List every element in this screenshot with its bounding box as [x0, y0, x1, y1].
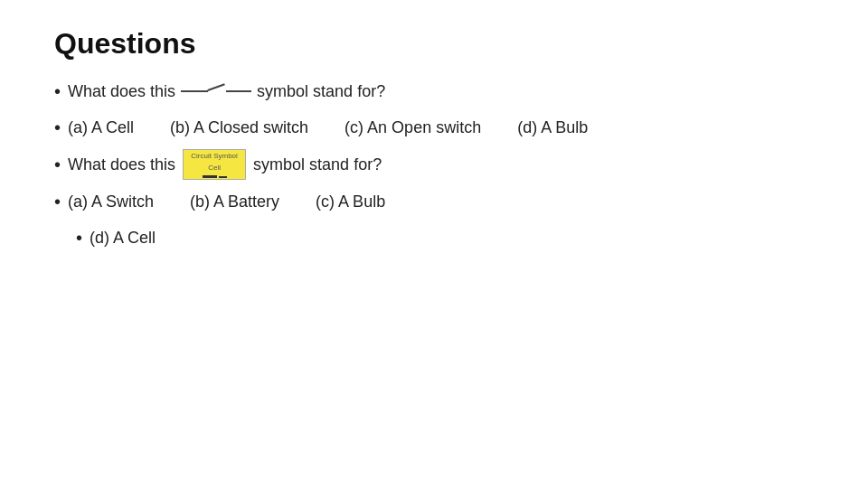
- answer-2: (a) A Switch (b) A Battery (c) A Bulb: [54, 187, 814, 216]
- q2-prefix: What does this: [68, 152, 175, 178]
- a2-option-d: (d) A Cell: [90, 225, 156, 251]
- a2-option-c: (c) A Bulb: [316, 189, 385, 215]
- cell-sublabel: Cell: [208, 163, 221, 174]
- cell-symbol-lines: [203, 175, 227, 178]
- q1-prefix: What does this: [68, 79, 175, 105]
- a1-option-b: (b) A Closed switch: [170, 115, 308, 141]
- cell-symbol-image: Circuit Symbol Cell: [183, 149, 246, 180]
- answer-2-row: (a) A Switch (b) A Battery (c) A Bulb: [68, 189, 385, 215]
- questions-list: What does this symbol stand for? (a) A C…: [54, 77, 814, 252]
- cell-long-line: [203, 175, 217, 178]
- a2-option-a: (a) A Switch: [68, 189, 154, 215]
- answer-1-row: (a) A Cell (b) A Closed switch (c) An Op…: [68, 115, 588, 141]
- page-title: Questions: [54, 27, 814, 61]
- main-container: Questions What does this symbol stand fo…: [0, 0, 868, 286]
- question-1: What does this symbol stand for?: [54, 77, 814, 106]
- open-switch-icon: [181, 84, 251, 99]
- a1-option-a: (a) A Cell: [68, 115, 134, 141]
- a2-option-b: (b) A Battery: [190, 189, 279, 215]
- cell-label: Circuit Symbol: [191, 151, 238, 163]
- cell-image-inner: Circuit Symbol Cell: [191, 152, 238, 177]
- q1-suffix: symbol stand for?: [257, 79, 385, 105]
- cell-short-line: [219, 176, 227, 178]
- question-2: What does this Circuit Symbol Cell symbo…: [54, 149, 814, 180]
- a1-option-d: (d) A Bulb: [517, 115, 588, 141]
- answer-1: (a) A Cell (b) A Closed switch (c) An Op…: [54, 113, 814, 142]
- q2-suffix: symbol stand for?: [253, 152, 382, 178]
- a1-option-c: (c) An Open switch: [344, 115, 481, 141]
- answer-2-d: (d) A Cell: [54, 223, 814, 252]
